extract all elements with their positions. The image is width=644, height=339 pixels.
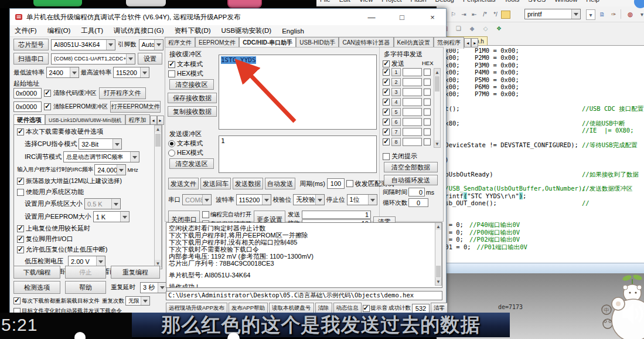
row-hex-checkbox[interactable] <box>424 109 431 116</box>
eeprom-size-combo[interactable]: 1 K <box>96 213 106 221</box>
row-number-button[interactable]: 1 <box>391 68 401 76</box>
recv-hex-mode-checkbox[interactable] <box>168 70 175 77</box>
right-tabs-scroll-left[interactable]: ◂ <box>464 38 471 48</box>
settings-button[interactable]: 设置 <box>138 53 162 65</box>
menu-project[interactable]: Project <box>381 0 401 3</box>
menu-help[interactable]: Help <box>586 0 599 3</box>
save-receive-button[interactable]: 保存接收数据 <box>168 93 217 103</box>
send-hex-mode-radio[interactable] <box>168 150 175 157</box>
sys-size-combo[interactable]: 0.5 K <box>87 201 103 208</box>
grab-icon[interactable]: ✑ <box>609 9 619 19</box>
code-address-input[interactable]: 0x0000 <box>13 88 42 99</box>
chevron-down-icon[interactable] <box>315 195 324 205</box>
send-textarea[interactable]: 1 <box>219 135 377 173</box>
tab-scroll-left[interactable]: ◂ <box>150 116 157 125</box>
row-enable-checkbox[interactable] <box>383 99 390 106</box>
chevron-down-icon[interactable] <box>202 195 211 205</box>
lvd-combo[interactable]: 2.00 V <box>71 258 90 265</box>
right-tabs-scroll-right[interactable]: ▸ <box>471 38 478 48</box>
menu-peripherals[interactable]: Peripherals <box>463 0 496 3</box>
dropdown-icon[interactable]: ▾ <box>586 9 595 20</box>
status-log[interactable]: 空闲状态时看门狗定时器停止计数 下次下载用户程序时,将用户EEPROM区一并擦除… <box>166 222 442 288</box>
menu-flash[interactable]: Flash <box>411 0 427 3</box>
menu-tiaoshi[interactable]: 调试仿真接口(G) <box>114 26 164 35</box>
menu-tools[interactable]: Tools <box>505 0 520 3</box>
beep-checkbox[interactable] <box>363 305 370 312</box>
multi-send-input[interactable] <box>403 68 422 76</box>
row-hex-checkbox[interactable] <box>424 138 431 145</box>
minimize-button[interactable]: — <box>362 10 381 24</box>
row-number-button[interactable]: 4 <box>391 98 401 106</box>
send-cr-button[interactable]: 发送回车 <box>200 178 231 189</box>
chevron-down-icon[interactable] <box>117 165 125 175</box>
row-enable-checkbox[interactable] <box>383 79 390 86</box>
chevron-down-icon[interactable] <box>140 67 149 77</box>
open-eeprom-button[interactable]: 打开EEPROM文件 <box>110 101 161 113</box>
speaker-icon[interactable] <box>620 300 644 327</box>
menu-wenjian[interactable]: 文件(F) <box>15 26 37 35</box>
menu-window[interactable]: Window <box>554 0 577 3</box>
find-in-files-icon[interactable]: ◎ <box>625 9 635 19</box>
chevron-down-icon[interactable] <box>96 256 105 266</box>
scroll-up-icon[interactable]: ▲ <box>434 69 440 76</box>
chevron-down-icon[interactable] <box>120 212 129 222</box>
eeprom-address-input[interactable]: 0x0000 <box>13 101 42 112</box>
menu-view[interactable]: View <box>359 0 373 3</box>
serial-port-combo[interactable]: COM8 <box>185 196 204 204</box>
keil-code-editor[interactable]: 0x00; P1M0 = 0x00; 0x00; P2M0 = 0x00; 0x… <box>437 45 644 263</box>
menu-edit[interactable]: Edit <box>339 0 350 3</box>
irc-mode-combo[interactable]: 总是动态调节IRC频率 <box>66 153 123 161</box>
max-baud-combo[interactable]: 115200 <box>116 69 137 76</box>
comment-icon[interactable]: /* <box>480 9 490 19</box>
row-hex-checkbox[interactable] <box>424 89 431 96</box>
receive-textarea[interactable]: 1STC YYDS <box>219 55 377 130</box>
chevron-down-icon[interactable] <box>126 54 135 64</box>
row-number-button[interactable]: 3 <box>391 88 401 96</box>
scan-port-button[interactable]: 扫描串口 <box>13 53 49 65</box>
row-number-button[interactable]: 8 <box>391 138 401 146</box>
menu-ziliao[interactable]: 资料下载(D) <box>175 26 211 35</box>
target-file-path[interactable]: C:\Users\Administrator\Desktop\05.C语言基础\… <box>166 291 442 300</box>
indent-icon[interactable]: ⇥ <box>459 9 469 19</box>
recv-text-mode-checkbox[interactable] <box>168 61 175 68</box>
repeat-times-combo[interactable]: 无限 <box>128 297 139 305</box>
scroll-up-icon[interactable]: ▲ <box>435 223 441 230</box>
pack-installer-icon[interactable]: ❖ <box>494 24 504 33</box>
keil-search-combo[interactable]: printf <box>524 9 581 19</box>
send-data-button[interactable]: 发送数据 <box>233 178 263 189</box>
osc-gain-checkbox[interactable] <box>17 178 24 185</box>
clear-all-data-button[interactable]: 清空全部数据 <box>384 162 438 172</box>
edit-doc-icon[interactable]: 🗎 <box>597 9 607 19</box>
menu-english[interactable]: English <box>282 28 304 35</box>
row-hex-checkbox[interactable] <box>424 118 431 126</box>
chip-model-combo[interactable]: AI8051U-34K64 <box>54 41 100 48</box>
clear-send-button[interactable]: 清空发送区 <box>169 158 214 169</box>
match-test-checkbox[interactable] <box>346 180 353 187</box>
multi-send-input[interactable] <box>403 138 422 146</box>
scroll-up-icon[interactable]: ▲ <box>155 126 161 133</box>
outdent-icon[interactable]: ⇤ <box>469 9 479 19</box>
user-sys-checkbox[interactable] <box>17 189 24 196</box>
modify-hw-checkbox[interactable] <box>17 128 24 135</box>
row-enable-checkbox[interactable] <box>383 118 390 126</box>
multi-send-all-checkbox[interactable] <box>383 60 390 67</box>
baud-combo[interactable]: 115200 <box>239 196 260 204</box>
stop-bits-combo[interactable]: 1位 <box>350 195 360 204</box>
auto-open-checkbox[interactable] <box>202 211 209 218</box>
min-baud-combo[interactable]: 2400 <box>49 69 63 76</box>
log-scrollbar[interactable]: ▲ ▼ <box>435 222 442 286</box>
chevron-down-icon[interactable] <box>70 67 79 77</box>
multi-send-scrollbar[interactable]: ▲ ▼ <box>434 68 441 148</box>
row-hex-checkbox[interactable] <box>424 79 431 86</box>
multi-send-input[interactable] <box>403 78 422 86</box>
scroll-thumb[interactable] <box>436 266 441 277</box>
row-enable-checkbox[interactable] <box>383 128 390 135</box>
bookmark-clear-icon[interactable]: ⚐ <box>448 9 458 19</box>
open-folder-icon[interactable] <box>501 11 510 19</box>
clear-receive-button[interactable]: 清空接收区 <box>169 79 214 90</box>
send-file-button[interactable]: 发送文件 <box>168 178 199 189</box>
row-number-button[interactable]: 5 <box>391 108 401 116</box>
cpu-mode-combo[interactable]: 32-Bit <box>81 141 98 148</box>
player-dot[interactable] <box>74 332 86 339</box>
chevron-down-icon[interactable] <box>111 199 120 209</box>
